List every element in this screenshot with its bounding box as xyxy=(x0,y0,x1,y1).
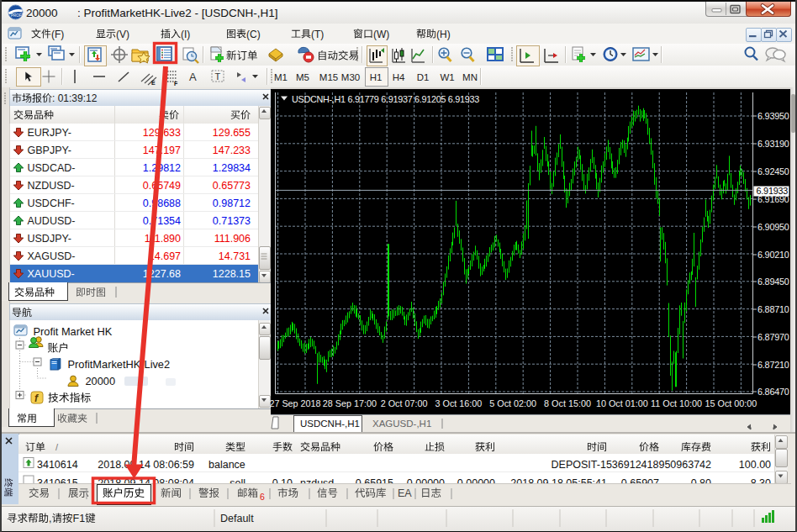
svg-text:F: F xyxy=(174,81,178,87)
svg-text:E: E xyxy=(151,80,156,86)
svg-text:15 Oct 00:00: 15 Oct 00:00 xyxy=(705,398,757,408)
svg-text:3410614: 3410614 xyxy=(37,459,78,471)
svg-text:T: T xyxy=(215,71,221,82)
svg-text:XAGUSD-: XAGUSD- xyxy=(28,250,76,262)
svg-text:F1: F1 xyxy=(73,513,86,524)
svg-text:3410615: 3410615 xyxy=(37,477,78,489)
svg-text:0.65907: 0.65907 xyxy=(621,477,659,489)
svg-text:1.29812: 1.29812 xyxy=(143,162,181,174)
svg-text:0.10: 0.10 xyxy=(272,477,293,489)
svg-text:3 Oct 16:00: 3 Oct 16:00 xyxy=(435,398,483,408)
svg-text:A: A xyxy=(189,71,197,83)
svg-text:USDJPY-: USDJPY- xyxy=(28,233,71,245)
svg-text:USDCNH-,H1: USDCNH-,H1 xyxy=(300,419,360,429)
svg-text:DEPOSIT-1536912418950963742: DEPOSIT-1536912418950963742 xyxy=(552,459,711,471)
svg-text:0.71354: 0.71354 xyxy=(143,215,181,227)
svg-text:6.87970: 6.87970 xyxy=(757,332,789,342)
svg-text:6.88710: 6.88710 xyxy=(757,304,789,314)
svg-text:NZDUSD-: NZDUSD- xyxy=(28,180,75,192)
svg-text:M15: M15 xyxy=(319,72,338,82)
svg-text:129.655: 129.655 xyxy=(213,127,251,139)
svg-text:2018.09.18 05:55:41: 2018.09.18 05:55:41 xyxy=(510,477,607,489)
svg-text:XAUUSD-: XAUUSD- xyxy=(28,268,75,280)
svg-text:Default: Default xyxy=(220,513,254,524)
svg-text:USDCHF-: USDCHF- xyxy=(28,198,75,209)
svg-text:nzdusd-: nzdusd- xyxy=(300,477,337,489)
svg-text:Profit Market HK: Profit Market HK xyxy=(34,325,113,338)
svg-text:: ProfitMarketHK-Live2 - [USDC: : ProfitMarketHK-Live2 - [USDCNH-,H1] xyxy=(77,7,278,19)
svg-text:6.93190: 6.93190 xyxy=(757,139,789,149)
svg-text:2018.09.14 08:06:59: 2018.09.14 08:06:59 xyxy=(98,459,194,471)
svg-text:H4: H4 xyxy=(393,72,405,82)
svg-text:6.92450: 6.92450 xyxy=(757,166,789,176)
svg-text:0.80: 0.80 xyxy=(691,477,711,489)
svg-text:14.731: 14.731 xyxy=(219,250,251,262)
svg-text:M30: M30 xyxy=(341,72,360,82)
svg-text:6.89450: 6.89450 xyxy=(757,277,789,287)
svg-text:EA: EA xyxy=(398,487,412,499)
svg-text:27 Sep 2018: 27 Sep 2018 xyxy=(269,398,320,408)
svg-text:6.90950: 6.90950 xyxy=(757,222,789,232)
svg-text:6.86470: 6.86470 xyxy=(757,387,789,397)
svg-text:(T): (T) xyxy=(311,29,324,40)
svg-text:6.93950: 6.93950 xyxy=(757,111,789,121)
svg-text:1.29834: 1.29834 xyxy=(213,162,251,174)
svg-text:8 Oct 15:00: 8 Oct 15:00 xyxy=(544,398,591,408)
svg-text:6.91933: 6.91933 xyxy=(757,186,789,196)
svg-text:XAGUSD-,H1: XAGUSD-,H1 xyxy=(372,419,431,429)
svg-text:M1: M1 xyxy=(274,72,288,82)
svg-text:USDCAD-: USDCAD- xyxy=(28,162,76,174)
svg-text:(V): (V) xyxy=(116,29,129,40)
svg-text:0.65749: 0.65749 xyxy=(143,180,181,192)
svg-text:8.30: 8.30 xyxy=(751,477,771,489)
svg-text:2 Oct 07:00: 2 Oct 07:00 xyxy=(381,398,428,408)
svg-text:D1: D1 xyxy=(417,72,430,82)
svg-text:5 Oct 02:00: 5 Oct 02:00 xyxy=(489,398,536,408)
svg-text:M5: M5 xyxy=(296,72,309,82)
svg-text:GBPJPY-: GBPJPY- xyxy=(28,145,71,156)
svg-text:AUDUSD-: AUDUSD- xyxy=(28,215,76,227)
svg-text:EURJPY-: EURJPY- xyxy=(28,127,71,139)
svg-text:6.90210: 6.90210 xyxy=(757,250,789,260)
svg-text:11 Oct 10:00: 11 Oct 10:00 xyxy=(651,398,702,408)
svg-text:balance: balance xyxy=(208,459,245,471)
svg-text:6.87210: 6.87210 xyxy=(757,360,789,370)
svg-text:USDCNH-,H1 6.91779 6.91937 6.: USDCNH-,H1 6.91779 6.91937 6.91205 6.919… xyxy=(292,94,479,104)
svg-text:MN: MN xyxy=(462,72,478,82)
svg-text:0.71373: 0.71373 xyxy=(213,215,251,227)
svg-text:(F): (F) xyxy=(51,29,64,40)
svg-text:6: 6 xyxy=(260,492,265,502)
svg-text:0.00000: 0.00000 xyxy=(407,477,445,489)
svg-text:0.00000: 0.00000 xyxy=(457,477,495,489)
svg-text:20000: 20000 xyxy=(26,7,58,19)
svg-text:/: / xyxy=(55,442,59,452)
svg-text:sell: sell xyxy=(230,477,245,489)
svg-text:20000: 20000 xyxy=(86,375,116,387)
svg-text:1228.15: 1228.15 xyxy=(213,268,251,280)
svg-text:(H): (H) xyxy=(436,29,451,40)
svg-text:(W): (W) xyxy=(373,29,389,40)
svg-text:,: , xyxy=(49,513,51,524)
svg-text:28 Sep 17:00: 28 Sep 17:00 xyxy=(323,398,377,408)
svg-text:111.906: 111.906 xyxy=(214,233,251,245)
svg-text:ProfitMarketHK-Live2: ProfitMarketHK-Live2 xyxy=(68,358,171,371)
svg-text:H1: H1 xyxy=(370,72,383,82)
svg-text:0.65773: 0.65773 xyxy=(213,180,251,192)
svg-text:(C): (C) xyxy=(246,29,261,40)
svg-text:(I): (I) xyxy=(181,29,190,40)
svg-text:0.98712: 0.98712 xyxy=(213,198,251,209)
svg-text:147.233: 147.233 xyxy=(213,145,251,156)
svg-text:PROFIT: PROFIT xyxy=(11,13,25,18)
svg-text:0.65915: 0.65915 xyxy=(356,477,393,489)
svg-text:0.98688: 0.98688 xyxy=(143,198,181,209)
svg-text:W1: W1 xyxy=(440,72,454,82)
svg-text:100.00: 100.00 xyxy=(739,459,771,471)
svg-text:: 01:39:12: : 01:39:12 xyxy=(52,92,98,104)
svg-text:10 Oct 01:00: 10 Oct 01:00 xyxy=(596,398,648,408)
